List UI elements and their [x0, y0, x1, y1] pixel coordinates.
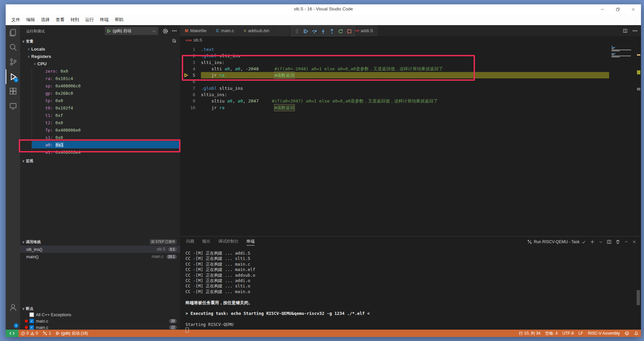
step-over-button[interactable] — [310, 27, 319, 36]
collapse-all-icon[interactable] — [172, 39, 177, 44]
split-terminal-icon[interactable] — [607, 240, 611, 244]
register-row-t2[interactable]: t2: 0x0 — [32, 119, 180, 126]
code-editor[interactable]: 1.text2.globl slti_ins3slti_ins:4 slti a… — [180, 44, 641, 236]
activity-badge: 1 — [14, 323, 18, 328]
editor-more-actions-icon[interactable] — [632, 28, 638, 33]
breakpoints-list: All C++ Exceptions✓main.c20✓main.c22 — [20, 312, 180, 331]
code-line-10[interactable]: 10 jr ra #函数返回 — [180, 105, 609, 111]
restore-button[interactable] — [610, 4, 626, 14]
register-row-a0[interactable]: a0: 0x1 — [32, 141, 180, 148]
register-row-zero[interactable]: zero: 0x0 — [32, 67, 180, 75]
register-row-a1[interactable]: a1: 0x408006e4 — [32, 148, 180, 156]
close-panel-icon[interactable] — [632, 240, 636, 244]
activity-extensions[interactable] — [6, 84, 20, 99]
register-row-fp[interactable]: fp: 0x408006e0 — [32, 126, 180, 134]
code-line-6[interactable]: 6 — [180, 78, 609, 85]
call-stack-section-header[interactable]: ∨ 调用堆栈 因 STEP 已暂停 — [20, 238, 180, 246]
register-name: t2: — [45, 120, 55, 125]
terminal-dropdown-icon[interactable] — [599, 240, 603, 244]
step-into-button[interactable] — [319, 27, 327, 36]
breakpoints-section-header[interactable]: ∨ 断点 — [20, 305, 180, 312]
register-row-t0[interactable]: t0: 0x102f4 — [32, 104, 180, 112]
activity-settings[interactable]: 1 — [6, 315, 20, 330]
register-row-tp[interactable]: tp: 0x0 — [32, 97, 180, 104]
debug-session-status[interactable]: (gdb) 启动 (16) — [53, 330, 90, 337]
stack-frame[interactable]: main()main.c20:1 — [20, 253, 180, 260]
close-button[interactable] — [626, 4, 641, 14]
minimap[interactable] — [611, 46, 636, 58]
problems-status[interactable]: 0 0 — [18, 330, 40, 337]
code-line-2[interactable]: 2.globl slti_ins — [180, 53, 609, 59]
stack-frame[interactable]: slti_ins()slti.S5:1 — [20, 246, 180, 253]
activity-source-control[interactable] — [6, 55, 20, 69]
menu-item-编辑[interactable]: 编辑 — [23, 15, 38, 24]
activity-remote-explorer[interactable] — [6, 99, 20, 114]
debug-more-actions-icon[interactable] — [172, 28, 177, 33]
terminal-scrollbar[interactable] — [637, 290, 640, 305]
window-controls — [595, 4, 641, 14]
new-terminal-button[interactable] — [590, 240, 595, 244]
menu-item-文件[interactable]: 文件 — [8, 15, 23, 24]
menu-item-帮助[interactable]: 帮助 — [112, 15, 126, 24]
terminal-task-label[interactable]: Run RISCV-QEMU - Task — [527, 240, 586, 244]
menu-item-运行[interactable]: 运行 — [82, 15, 97, 24]
register-row-s1[interactable]: s1: 0x0 — [32, 134, 180, 141]
code-line-9[interactable]: 9 sltiu a0, a0, 2047 #if(a0<2047) a0=1 e… — [180, 98, 609, 104]
tab-addsub.bin[interactable]: ≡addsub.bin — [239, 25, 274, 36]
tree-item-registers[interactable]: ∨Registers — [20, 53, 180, 60]
menu-item-查看[interactable]: 查看 — [53, 15, 67, 24]
activity-explorer[interactable] — [6, 25, 20, 40]
start-debug-icon[interactable] — [107, 29, 111, 33]
menu-item-选择[interactable]: 选择 — [38, 15, 53, 24]
tab-main.c[interactable]: Cmain.c — [211, 25, 239, 36]
maximize-panel-icon[interactable] — [624, 240, 628, 244]
code-line-8[interactable]: 8sltiu_ins: — [180, 91, 609, 98]
breakpoint-row[interactable]: All C++ Exceptions — [20, 312, 180, 318]
breadcrumb[interactable]: ASM slti.S — [180, 36, 641, 44]
panel-tab-终端[interactable]: 终端 — [247, 238, 255, 246]
stop-button[interactable] — [345, 27, 354, 36]
panel-tab-调试控制台[interactable]: 调试控制台 — [218, 238, 238, 245]
restart-button[interactable] — [336, 27, 345, 36]
toolbar-drag-handle[interactable] — [292, 27, 301, 36]
panel-tab-问题[interactable]: 问题 — [186, 238, 194, 245]
code-line-3[interactable]: 3slti_ins: — [180, 59, 609, 66]
menu-item-终端[interactable]: 终端 — [97, 15, 112, 24]
asm-file-icon: ASM — [185, 39, 192, 42]
tree-item-cpu[interactable]: ∨CPU — [20, 60, 180, 67]
kill-terminal-icon[interactable] — [615, 240, 620, 244]
chevron-down-icon: ∨ — [22, 159, 24, 163]
running-tasks-status[interactable]: 1 — [40, 330, 53, 337]
breakpoint-row[interactable]: ✓main.c20 — [20, 318, 180, 324]
debug-settings-gear-icon[interactable] — [162, 28, 168, 34]
breakpoint-checkbox[interactable]: ✓ — [30, 319, 34, 323]
activity-search[interactable] — [6, 40, 20, 55]
code-line-1[interactable]: 1.text — [180, 46, 609, 53]
breakpoint-row[interactable]: ✓main.c22 — [20, 324, 180, 331]
split-editor-icon[interactable] — [623, 28, 628, 33]
variables-section-header[interactable]: ∨ 变量 — [20, 38, 180, 45]
code-line-5[interactable]: 5 jr ra #函数返回 — [180, 72, 609, 78]
continue-button[interactable] — [301, 27, 310, 36]
panel-tab-输出[interactable]: 输出 — [202, 238, 210, 245]
menu-item-转到[interactable]: 转到 — [67, 15, 82, 24]
remote-indicator[interactable] — [6, 330, 18, 337]
code-line-7[interactable]: 7.globl sltiu_ins — [180, 85, 609, 91]
launch-config-dropdown[interactable]: (gdb) 启动 — [105, 27, 158, 35]
register-row-t1[interactable]: t1: 0xf — [32, 112, 180, 119]
minimize-button[interactable] — [595, 4, 610, 14]
breakpoint-checkbox[interactable]: ✓ — [30, 325, 34, 330]
notifications-bell-icon[interactable] — [632, 330, 641, 337]
register-row-gp[interactable]: gp: 0x268c0 — [32, 89, 180, 97]
register-row-sp[interactable]: sp: 0x408006c0 — [32, 82, 180, 89]
activity-run-debug[interactable]: 1 — [6, 69, 20, 84]
breakpoint-checkbox[interactable] — [30, 313, 34, 317]
tab-Makefile[interactable]: MMakefile — [180, 25, 211, 36]
terminal-output[interactable]: CC -[M] 正在构建 ... addi.SCC -[M] 正在构建 ... … — [185, 251, 631, 333]
register-row-ra[interactable]: ra: 0x101c4 — [32, 75, 180, 82]
step-out-button[interactable] — [327, 27, 336, 36]
watch-section-header[interactable]: ∨ 监视 — [20, 157, 180, 164]
tree-item-locals[interactable]: ∨Locals — [20, 45, 180, 53]
activity-account[interactable] — [6, 300, 20, 315]
code-line-4[interactable]: 4 slti a0, a0, -2048 #if(a0<-2048) a0=1 … — [180, 66, 609, 72]
